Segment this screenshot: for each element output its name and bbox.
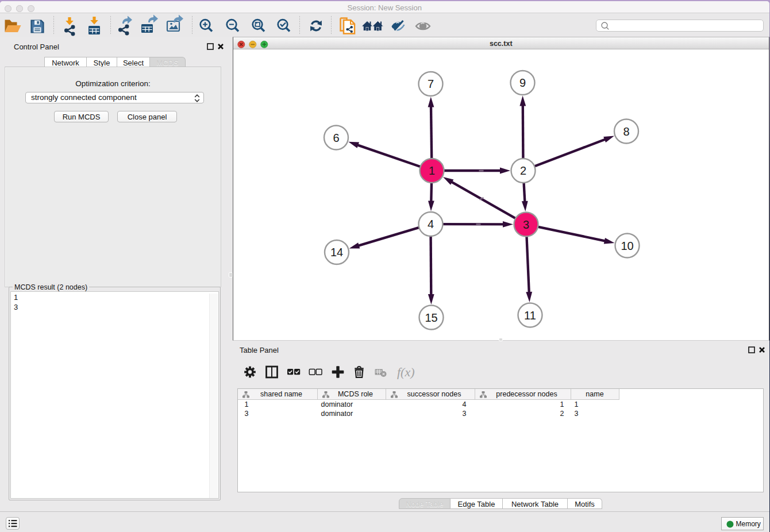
svg-text:8: 8 [623, 125, 629, 138]
svg-text:10: 10 [621, 240, 633, 252]
svg-text:11: 11 [524, 309, 536, 322]
svg-text:9: 9 [519, 76, 525, 89]
svg-text:15: 15 [425, 311, 437, 324]
svg-text:4: 4 [427, 218, 433, 230]
svg-text:2: 2 [519, 164, 526, 177]
svg-text:1: 1 [428, 164, 434, 177]
svg-text:f(x): f(x) [397, 365, 415, 379]
svg-text:7: 7 [427, 78, 433, 90]
svg-text:6: 6 [333, 132, 339, 144]
svg-text:14: 14 [330, 246, 342, 259]
svg-text:3: 3 [522, 218, 529, 231]
